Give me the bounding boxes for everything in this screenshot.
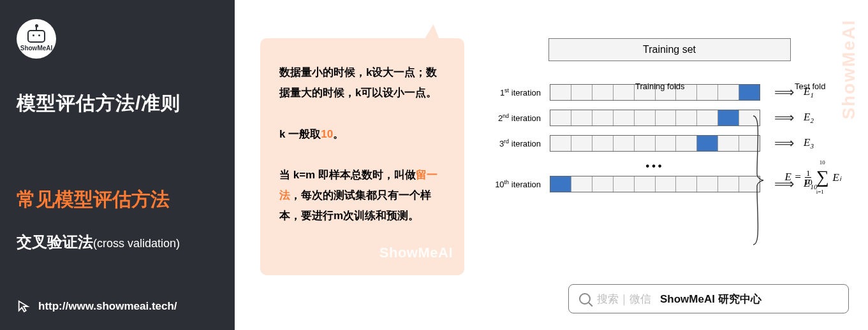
train-cell: [571, 136, 592, 151]
search-icon: [579, 293, 591, 305]
train-cell: [550, 85, 571, 100]
heading-sub: 常见模型评估方法: [17, 187, 218, 213]
train-cell: [592, 110, 614, 126]
heading-detail-text: 交叉验证法: [17, 233, 93, 250]
arrow-icon: ⟹: [774, 84, 795, 101]
footer: http://www.showmeai.tech/: [17, 299, 177, 313]
train-cell: [550, 136, 571, 151]
row-label: 2nd iteration: [490, 113, 541, 123]
train-cell: [697, 176, 718, 192]
bubble-watermark: ShowMeAI: [379, 240, 453, 266]
train-cell: [635, 136, 656, 151]
fold-strip: [550, 110, 760, 126]
search-bar[interactable]: 搜索｜微信 ShowMeAI 研究中心: [568, 284, 849, 313]
train-cell: [718, 85, 739, 100]
cursor-icon: [17, 299, 31, 313]
label-test-fold: Test fold: [795, 82, 825, 91]
test-cell: [718, 110, 739, 126]
bubble-p1: 数据量小的时候，k设大一点；数据量大的时候，k可以设小一点。: [279, 62, 445, 104]
train-cell: [592, 176, 614, 192]
heading-detail-paren: (cross validation): [93, 237, 180, 250]
train-cell: [635, 110, 656, 126]
train-cell: [656, 110, 677, 126]
ellipsis: •••: [550, 161, 760, 172]
arrow-icon: ⟹: [774, 110, 795, 126]
train-cell: [571, 176, 592, 192]
train-cell: [676, 176, 697, 192]
footer-link[interactable]: http://www.showmeai.tech/: [38, 300, 177, 313]
train-cell: [571, 110, 592, 126]
train-cell: [676, 110, 697, 126]
formula: E = 1 10 ∑ 10 i=1 Eᵢ: [785, 167, 841, 187]
train-cell: [635, 176, 656, 192]
test-cell: [550, 176, 571, 192]
train-cell: [656, 176, 677, 192]
arrow-icon: ⟹: [774, 135, 795, 152]
bubble-p3: 当 k=m 即样本总数时，叫做留一法，每次的测试集都只有一个样本，要进行m次训练…: [279, 165, 445, 227]
train-cell: [592, 136, 614, 151]
train-cell: [656, 136, 677, 151]
row-label: 10th iteration: [490, 179, 541, 189]
train-cell: [697, 110, 718, 126]
train-cell: [697, 85, 718, 100]
row-label: 1st iteration: [490, 87, 541, 97]
train-cell: [550, 110, 571, 126]
train-cell: [614, 85, 635, 100]
test-cell: [739, 85, 760, 100]
heading-main: 模型评估方法/准则: [17, 90, 218, 117]
test-cell: [697, 136, 718, 151]
logo-icon: ShowMeAI: [17, 19, 56, 59]
fold-strip: [550, 135, 760, 152]
logo-wrap: ShowMeAI: [17, 19, 218, 59]
fold-row: 3rd iteration⟹E3: [490, 135, 849, 152]
fold-row: 2nd iteration⟹E2: [490, 110, 849, 126]
error-var: E2: [804, 111, 814, 124]
label-training-folds: Training folds: [635, 82, 685, 91]
train-cell: [592, 85, 614, 100]
train-cell: [718, 136, 739, 151]
sidebar: ShowMeAI 模型评估方法/准则 常见模型评估方法 交叉验证法(cross …: [0, 0, 235, 330]
train-cell: [614, 110, 635, 126]
speech-bubble: 数据量小的时候，k设大一点；数据量大的时候，k可以设小一点。 k 一般取10。 …: [260, 38, 464, 275]
train-cell: [676, 136, 697, 151]
error-var: E3: [804, 136, 814, 150]
brace-icon: [751, 113, 766, 247]
heading-detail: 交叉验证法(cross validation): [17, 232, 218, 252]
sigma-icon: ∑ 10 i=1: [816, 167, 829, 187]
bubble-p2: k 一般取10。: [279, 124, 445, 145]
side-watermark: ShowMeAI: [839, 19, 859, 120]
content: 数据量小的时候，k设大一点；数据量大的时候，k可以设小一点。 k 一般取10。 …: [235, 0, 868, 330]
training-set-box: Training set: [548, 38, 791, 61]
fraction: 1 10: [804, 169, 813, 186]
train-cell: [614, 176, 635, 192]
row-label: 3rd iteration: [490, 138, 541, 148]
logo-text: ShowMeAI: [20, 45, 53, 52]
fold-strip: [550, 176, 760, 192]
search-hint: 搜索｜微信: [597, 292, 651, 306]
train-cell: [718, 176, 739, 192]
train-cell: [571, 85, 592, 100]
diagram: Training set Training folds Test fold 1s…: [490, 19, 849, 311]
search-strong: ShowMeAI 研究中心: [660, 292, 761, 306]
train-cell: [614, 136, 635, 151]
